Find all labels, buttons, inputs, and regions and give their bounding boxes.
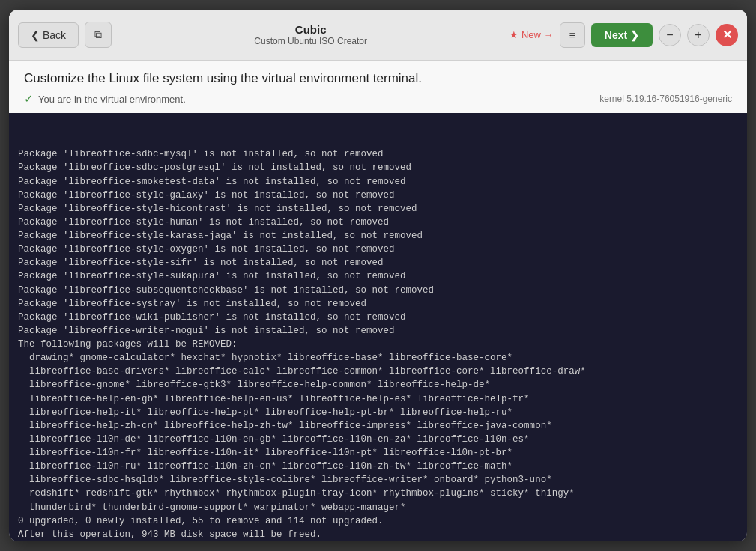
titlebar: ❮ Back ⧉ Cubic Custom Ubuntu ISO Creator… xyxy=(9,10,747,61)
close-button[interactable]: ✕ xyxy=(716,24,738,46)
copy-icon: ⧉ xyxy=(94,28,102,41)
app-subtitle: Custom Ubuntu ISO Creator xyxy=(118,36,504,46)
content-area: Customize the Linux file system using th… xyxy=(9,61,747,541)
kernel-info: kernel 5.19.16-76051916-generic xyxy=(599,94,732,104)
minimize-button[interactable]: − xyxy=(659,24,681,46)
app-title: Cubic xyxy=(118,23,504,36)
title-area: Cubic Custom Ubuntu ISO Creator xyxy=(118,23,504,46)
page-title: Customize the Linux file system using th… xyxy=(24,71,732,86)
terminal-output[interactable]: Package 'libreoffice-sdbc-mysql' is not … xyxy=(9,113,747,541)
info-bar: Customize the Linux file system using th… xyxy=(9,61,747,113)
maximize-button[interactable]: + xyxy=(687,24,710,46)
copy-button[interactable]: ⧉ xyxy=(85,22,112,48)
status-text: You are in the virtual environment. xyxy=(38,94,186,105)
status-left: ✓ You are in the virtual environment. xyxy=(24,92,186,106)
check-icon: ✓ xyxy=(24,92,34,106)
status-row: ✓ You are in the virtual environment. ke… xyxy=(24,92,732,106)
terminal-text: Package 'libreoffice-sdbc-mysql' is not … xyxy=(18,147,738,541)
next-button[interactable]: Next ❯ xyxy=(591,23,653,47)
new-button[interactable]: ★ New → xyxy=(509,29,553,40)
menu-button[interactable]: ≡ xyxy=(560,22,585,48)
back-button[interactable]: ❮ Back xyxy=(18,22,79,48)
main-window: ❮ Back ⧉ Cubic Custom Ubuntu ISO Creator… xyxy=(9,10,747,541)
